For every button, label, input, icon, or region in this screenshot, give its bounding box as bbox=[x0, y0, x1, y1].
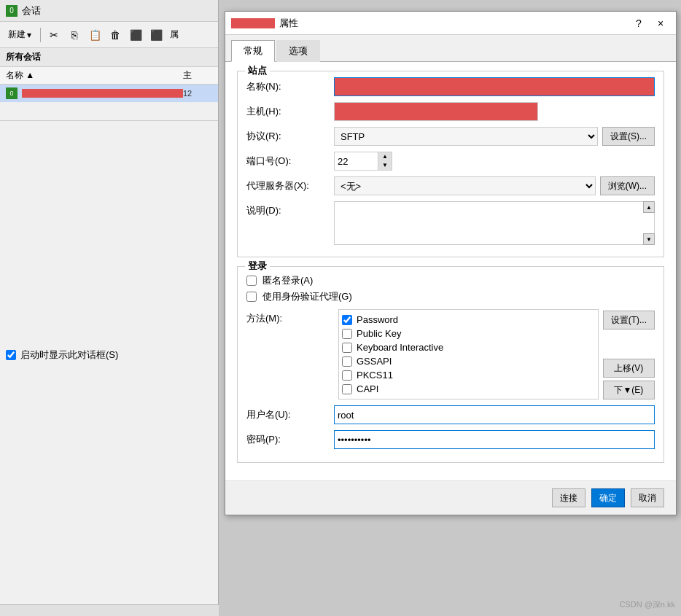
anon-checkbox[interactable] bbox=[246, 276, 257, 286]
new-button[interactable]: 新建 ▾ bbox=[3, 25, 36, 45]
app-title: 会话 bbox=[22, 4, 41, 17]
tab-bar: 常规 选项 bbox=[225, 35, 676, 62]
login-section-label: 登录 bbox=[245, 260, 270, 273]
protocol-row: 协议(R): SFTP 设置(S)... bbox=[246, 127, 655, 146]
method-publickey: Public Key bbox=[342, 327, 595, 340]
toolbar-icon-5[interactable]: ⬛ bbox=[126, 26, 145, 44]
startup-checkbox[interactable] bbox=[6, 350, 16, 360]
dialog-title-redbox bbox=[231, 18, 275, 28]
password-input[interactable] bbox=[334, 430, 655, 449]
scroll-up-btn[interactable]: ▲ bbox=[643, 201, 655, 213]
section-header-all-sessions: 所有会话 bbox=[0, 48, 218, 67]
protocol-select[interactable]: SFTP bbox=[334, 127, 598, 146]
tab-options[interactable]: 选项 bbox=[276, 40, 320, 62]
method-gssapi-label: GSSAPI bbox=[357, 356, 392, 367]
toolbar-sep-1 bbox=[40, 28, 41, 42]
port-down-btn[interactable]: ▼ bbox=[378, 161, 392, 170]
port-input[interactable] bbox=[334, 152, 378, 171]
scroll-down-btn[interactable]: ▼ bbox=[643, 233, 655, 245]
password-label: 密码(P): bbox=[246, 433, 334, 446]
spacer bbox=[0, 103, 218, 117]
dialog-titlebar: 属性 ? × bbox=[225, 12, 676, 35]
method-password-label: Password bbox=[357, 314, 398, 325]
empty-area bbox=[0, 124, 218, 343]
desc-textarea[interactable] bbox=[334, 201, 655, 245]
desc-label: 说明(D): bbox=[246, 201, 334, 217]
method-pkcs11-checkbox[interactable] bbox=[342, 370, 352, 381]
col-host: 主 bbox=[183, 69, 212, 82]
connect-button[interactable]: 连接 bbox=[552, 488, 585, 507]
method-keyboard: Keyboard Interactive bbox=[342, 340, 595, 354]
toolbar-icon-1[interactable]: ✂ bbox=[44, 26, 63, 44]
port-row: 端口号(O): ▲ ▼ bbox=[246, 152, 655, 171]
method-list: Password Public Key Keyboard Interactive bbox=[338, 309, 599, 399]
close-button[interactable]: × bbox=[651, 14, 670, 33]
bg-app-window: 0 会话 新建 ▾ ✂ ⎘ 📋 🗑 ⬛ ⬛ 属 所有会话 名称 ▲ 主 0 12 bbox=[0, 0, 219, 616]
toolbar-icon-2[interactable]: ⎘ bbox=[65, 26, 84, 44]
method-gssapi-checkbox[interactable] bbox=[342, 356, 352, 367]
port-label: 端口号(O): bbox=[246, 155, 334, 168]
host-label: 主机(H): bbox=[246, 105, 334, 118]
host-input[interactable] bbox=[334, 102, 538, 121]
auth-agent-label: 使用身份验证代理(G) bbox=[262, 290, 352, 303]
ok-button[interactable]: 确定 bbox=[591, 488, 625, 507]
auth-agent-checkbox[interactable] bbox=[246, 292, 257, 302]
method-settings-btn[interactable]: 设置(T)... bbox=[603, 311, 655, 330]
protocol-control: SFTP 设置(S)... bbox=[334, 127, 655, 146]
table-header: 名称 ▲ 主 bbox=[0, 67, 218, 85]
method-label: 方法(M): bbox=[246, 309, 334, 325]
protocol-settings-btn[interactable]: 设置(S)... bbox=[602, 127, 655, 146]
port-control: ▲ ▼ bbox=[334, 152, 655, 171]
dialog-title-text: 属性 bbox=[279, 17, 298, 30]
textarea-scrollbar: ▲ ▼ bbox=[643, 201, 655, 245]
cancel-button[interactable]: 取消 bbox=[631, 488, 664, 507]
startup-label: 启动时显示此对话框(S) bbox=[20, 348, 118, 362]
browse-btn[interactable]: 浏览(W)... bbox=[600, 176, 655, 195]
site-section-label: 站点 bbox=[245, 64, 270, 77]
session-row[interactable]: 0 12 bbox=[0, 85, 218, 103]
method-pkcs11-label: PKCS11 bbox=[357, 370, 393, 381]
site-section: 站点 名称(N): 主机(H): 协议(R): SFT bbox=[237, 71, 664, 257]
method-list-wrap: Password Public Key Keyboard Interactive bbox=[338, 309, 655, 399]
method-up-btn[interactable]: 上移(V) bbox=[603, 359, 655, 378]
name-input[interactable] bbox=[334, 77, 655, 96]
auth-agent-row: 使用身份验证代理(G) bbox=[246, 290, 655, 303]
username-row: 用户名(U): bbox=[246, 405, 655, 424]
password-control bbox=[334, 430, 655, 449]
app-toolbar: 新建 ▾ ✂ ⎘ 📋 🗑 ⬛ ⬛ 属 bbox=[0, 22, 218, 48]
method-password: Password bbox=[342, 313, 595, 327]
port-up-btn[interactable]: ▲ bbox=[378, 152, 392, 161]
method-row: 方法(M): Password Public Key K bbox=[246, 309, 655, 399]
method-buttons: 设置(T)... 上移(V) 下▼(E) bbox=[603, 309, 655, 399]
proxy-label: 代理服务器(X): bbox=[246, 179, 334, 192]
anon-label: 匿名登录(A) bbox=[262, 274, 313, 287]
proxy-control: <无> 浏览(W)... bbox=[334, 176, 655, 195]
login-section: 登录 匿名登录(A) 使用身份验证代理(G) 方法(M): Passwor bbox=[237, 266, 664, 463]
method-gssapi: GSSAPI bbox=[342, 354, 595, 368]
watermark: CSDN @深n.kk bbox=[619, 599, 675, 610]
app-icon: 0 bbox=[6, 5, 17, 17]
toolbar-icon-3[interactable]: 📋 bbox=[85, 26, 104, 44]
username-label: 用户名(U): bbox=[246, 408, 334, 421]
method-keyboard-checkbox[interactable] bbox=[342, 343, 352, 353]
method-password-checkbox[interactable] bbox=[342, 315, 352, 325]
col-name: 名称 ▲ bbox=[6, 69, 183, 82]
desc-control: ▲ ▼ bbox=[334, 201, 655, 245]
proxy-select[interactable]: <无> bbox=[334, 176, 596, 195]
username-control bbox=[334, 405, 655, 424]
dialog-body: 站点 名称(N): 主机(H): 协议(R): SFT bbox=[225, 62, 676, 480]
tab-general[interactable]: 常规 bbox=[231, 40, 275, 62]
toolbar-icon-6[interactable]: ⬛ bbox=[147, 26, 166, 44]
method-capi-checkbox[interactable] bbox=[342, 384, 352, 394]
method-publickey-checkbox[interactable] bbox=[342, 329, 352, 339]
method-down-btn[interactable]: 下▼(E) bbox=[603, 381, 655, 399]
username-input[interactable] bbox=[334, 405, 655, 424]
method-capi: CAPI bbox=[342, 382, 595, 396]
help-button[interactable]: ? bbox=[629, 14, 648, 33]
session-name bbox=[22, 89, 183, 98]
properties-dialog: 属性 ? × 常规 选项 站点 名称(N): bbox=[225, 11, 677, 515]
session-icon: 0 bbox=[6, 87, 17, 99]
name-control bbox=[334, 77, 655, 96]
toolbar-icon-4[interactable]: 🗑 bbox=[106, 26, 125, 44]
name-label: 名称(N): bbox=[246, 80, 334, 93]
